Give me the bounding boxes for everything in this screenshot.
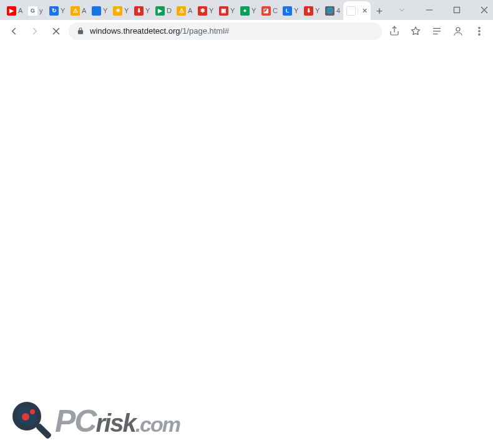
tab-favicon-icon: ⚠ — [71, 6, 80, 16]
tab-label: y — [39, 7, 44, 14]
tab[interactable]: 🌐4 — [322, 1, 343, 20]
tab-label: Y — [251, 7, 256, 14]
window-close-button[interactable] — [471, 1, 493, 19]
tab-favicon-icon: L — [283, 6, 292, 16]
svg-point-12 — [479, 30, 480, 31]
omnibox[interactable]: windows.threatdetect.org/1/page.html# — [69, 22, 382, 40]
page-content: PCrisk.com — [0, 41, 493, 448]
nav-forward-button[interactable] — [26, 22, 44, 40]
tab-favicon-icon: ⬇ — [304, 6, 313, 16]
lock-icon — [76, 27, 85, 36]
tab-favicon-icon: ● — [240, 6, 250, 16]
tab-active[interactable]: M✕ — [343, 1, 371, 20]
window-maximize-button[interactable] — [443, 1, 471, 19]
tab[interactable]: ⬇Y — [131, 1, 152, 20]
kebab-menu-icon[interactable] — [471, 22, 488, 40]
tab-label: D — [167, 7, 172, 14]
tab-label: Y — [315, 7, 320, 14]
tab-label: A — [82, 7, 87, 14]
bookmark-star-icon[interactable] — [407, 22, 424, 40]
tab-label: M — [358, 7, 358, 14]
tab[interactable]: ✱Y — [195, 1, 216, 20]
tab-favicon-icon: ↻ — [49, 6, 59, 16]
tab-favicon-icon: ✱ — [198, 6, 207, 16]
tab-label: 4 — [336, 7, 341, 14]
magnifier-icon — [10, 399, 54, 443]
svg-point-13 — [479, 34, 480, 35]
pcrisk-watermark: PCrisk.com — [10, 399, 180, 443]
tab-label: Y — [294, 7, 299, 14]
tab-label: Y — [230, 7, 235, 14]
tab-favicon-icon — [346, 6, 356, 16]
logo-com: .com — [135, 412, 180, 437]
tab[interactable]: Gy — [25, 1, 46, 20]
tab-favicon-icon: ☀ — [113, 6, 122, 16]
tab[interactable]: ●Y — [237, 1, 258, 20]
window-controls — [388, 0, 493, 20]
new-tab-button[interactable]: + — [371, 2, 388, 20]
url-text: windows.threatdetect.org/1/page.html# — [90, 26, 374, 36]
url-host: windows.threatdetect.org — [90, 26, 180, 36]
profile-avatar-icon[interactable] — [449, 22, 467, 40]
logo-risk: risk — [95, 409, 135, 437]
tab-favicon-icon: 🌐 — [325, 6, 334, 16]
tab-favicon-icon: ▣ — [219, 6, 228, 16]
tab-label: A — [18, 7, 23, 14]
tab-label: A — [188, 7, 193, 14]
titlebar-row: ▶AGy↻Y⚠A👤Y☀Y⬇Y▶D⚠A✱Y▣Y●Y◪CLY⬇Y🌐4 M✕+ — [0, 0, 493, 20]
tab-label: Y — [209, 7, 214, 14]
url-path: /1/page.html# — [180, 26, 230, 36]
svg-point-10 — [456, 27, 460, 31]
browser-chrome: ▶AGy↻Y⚠A👤Y☀Y⬇Y▶D⚠A✱Y▣Y●Y◪CLY⬇Y🌐4 M✕+ — [0, 0, 493, 42]
address-bar: windows.threatdetect.org/1/page.html# — [0, 20, 493, 42]
svg-point-11 — [479, 27, 480, 28]
tab-favicon-icon: ⬇ — [134, 6, 144, 16]
nav-back-button[interactable] — [5, 22, 22, 40]
window-dropdown-button[interactable] — [388, 1, 416, 19]
tab-strip: ▶AGy↻Y⚠A👤Y☀Y⬇Y▶D⚠A✱Y▣Y●Y◪CLY⬇Y🌐4 M✕+ — [0, 0, 388, 20]
tab-label: Y — [145, 7, 150, 14]
tab-favicon-icon: G — [28, 6, 37, 16]
tab-favicon-icon: ◪ — [261, 6, 271, 16]
tab-label: Y — [61, 7, 66, 14]
reading-list-icon[interactable] — [428, 22, 446, 40]
tab-favicon-icon: ▶ — [155, 6, 165, 16]
tab-favicon-icon: ⚠ — [177, 6, 186, 16]
tab[interactable]: 👤Y — [89, 1, 110, 20]
tab[interactable]: ▶D — [152, 1, 173, 20]
tab[interactable]: ▣Y — [216, 1, 237, 20]
tab-label: Y — [124, 7, 129, 14]
tab[interactable]: ⚠A — [67, 1, 89, 20]
share-icon[interactable] — [386, 22, 403, 40]
tab[interactable]: ▶A — [4, 1, 25, 20]
tab-label: C — [273, 7, 278, 14]
nav-stop-button[interactable] — [47, 22, 65, 40]
window-minimize-button[interactable] — [416, 1, 443, 19]
tab[interactable]: LY — [280, 1, 301, 20]
tab-favicon-icon: 👤 — [92, 6, 101, 16]
logo-text: PCrisk.com — [55, 403, 180, 439]
tab-favicon-icon: ▶ — [7, 6, 16, 16]
tab[interactable]: ☀Y — [110, 1, 131, 20]
logo-pc: PC — [55, 403, 95, 439]
tab[interactable]: ⚠A — [173, 1, 195, 20]
svg-rect-1 — [454, 7, 460, 13]
tab[interactable]: ⬇Y — [301, 1, 322, 20]
tab[interactable]: ↻Y — [46, 1, 67, 20]
tab-close-icon[interactable]: ✕ — [360, 6, 369, 15]
tab[interactable]: ◪C — [258, 1, 280, 20]
tab-label: Y — [103, 7, 108, 14]
